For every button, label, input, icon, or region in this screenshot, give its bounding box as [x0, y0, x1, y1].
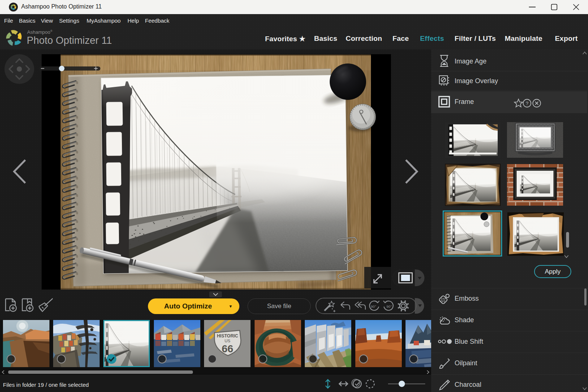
svg-text:90°: 90°: [387, 304, 392, 308]
svg-text:US: US: [224, 339, 230, 343]
svg-text:66: 66: [222, 343, 233, 355]
svg-text:?: ?: [526, 101, 528, 106]
svg-text:HISTORIC: HISTORIC: [217, 333, 238, 339]
svg-text:90°: 90°: [371, 304, 377, 308]
